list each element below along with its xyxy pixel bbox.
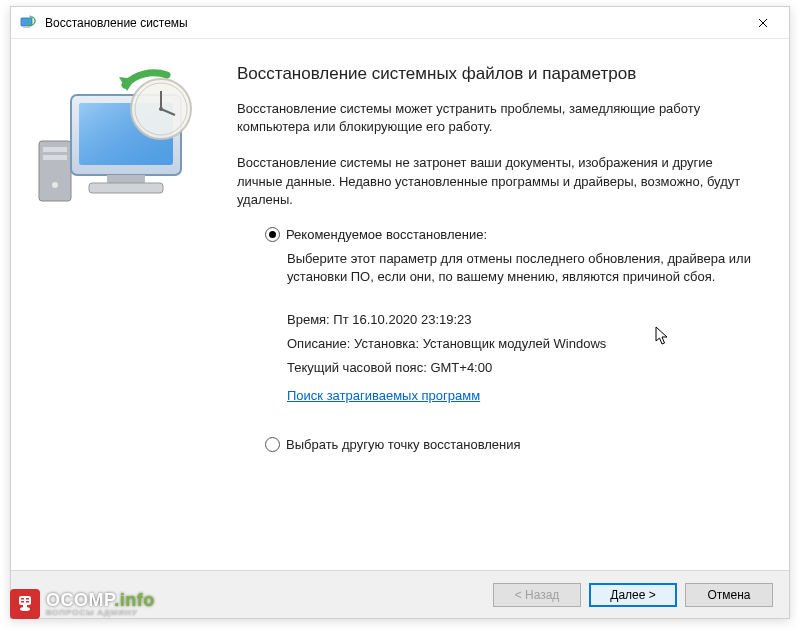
close-icon [758,18,768,28]
right-pane: Восстановление системных файлов и параме… [231,39,789,569]
affected-programs-link[interactable]: Поиск затрагиваемых программ [265,388,480,403]
restore-options: Рекомендуемое восстановление: Выберите э… [237,227,759,453]
detail-time: Время: Пт 16.10.2020 23:19:23 [287,308,759,332]
svg-point-15 [159,107,163,111]
content-area: Восстановление системных файлов и параме… [11,39,789,569]
cancel-button[interactable]: Отмена [685,583,773,607]
recommended-restore-radio-row[interactable]: Рекомендуемое восстановление: [265,227,759,242]
left-pane [11,39,231,569]
page-heading: Восстановление системных файлов и параме… [237,63,759,86]
svg-rect-9 [107,175,145,183]
intro-paragraph-2: Восстановление системы не затронет ваши … [237,154,759,209]
svg-rect-10 [89,183,163,193]
next-button[interactable]: Далее > [589,583,677,607]
back-button: < Назад [493,583,581,607]
svg-point-5 [52,182,58,188]
window-title: Восстановление системы [45,16,741,30]
choose-other-label: Выбрать другую точку восстановления [286,437,521,452]
restore-point-details: Время: Пт 16.10.2020 23:19:23 Описание: … [265,308,759,380]
radio-icon [265,227,280,242]
svg-rect-4 [43,155,67,160]
svg-rect-1 [23,26,30,28]
choose-other-radio-row[interactable]: Выбрать другую точку восстановления [265,437,759,452]
svg-rect-3 [43,147,67,152]
titlebar: Восстановление системы [11,7,789,39]
system-restore-window: Восстановление системы [10,6,790,619]
system-restore-hero-icon [29,63,209,213]
detail-description: Описание: Установка: Установщик модулей … [287,332,759,356]
option-recommended: Рекомендуемое восстановление: Выберите э… [265,227,759,424]
system-restore-icon [19,14,37,32]
wizard-footer: < Назад Далее > Отмена [11,570,789,618]
recommended-restore-label: Рекомендуемое восстановление: [286,227,487,242]
intro-paragraph-1: Восстановление системы может устранить п… [237,100,759,136]
close-button[interactable] [741,8,785,38]
recommended-restore-description: Выберите этот параметр для отмены послед… [265,250,759,286]
radio-icon [265,437,280,452]
detail-timezone: Текущий часовой пояс: GMT+4:00 [287,356,759,380]
option-choose-other: Выбрать другую точку восстановления [265,437,759,452]
